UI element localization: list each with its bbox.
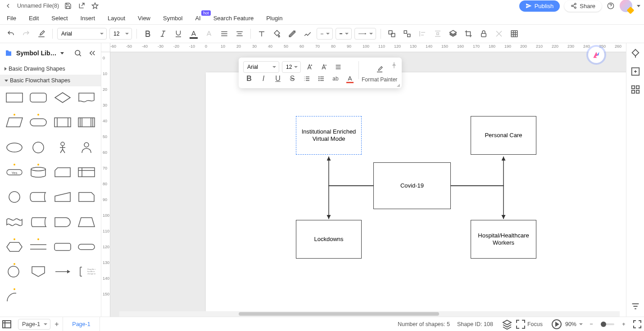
- menu-edit[interactable]: Edit: [29, 15, 39, 22]
- redo-button[interactable]: [20, 27, 32, 40]
- shape-predefined[interactable]: [52, 115, 73, 130]
- shape-internal[interactable]: [76, 165, 98, 180]
- user-avatar[interactable]: [620, 0, 632, 12]
- menu-select[interactable]: Select: [51, 15, 68, 22]
- export-icon[interactable]: [77, 1, 86, 10]
- shape-parallelogram[interactable]: [4, 115, 25, 130]
- arrow-style-select[interactable]: [354, 28, 376, 40]
- group-basic-flowchart[interactable]: Basic Flowchart Shapes: [0, 75, 101, 86]
- text-tool-button[interactable]: [255, 27, 268, 40]
- align-objects-button[interactable]: [416, 27, 429, 40]
- underline-button[interactable]: [172, 27, 185, 40]
- collapse-sidebar-icon[interactable]: [88, 49, 96, 57]
- publish-button[interactable]: Publish: [519, 0, 560, 12]
- line-weight-select[interactable]: [336, 28, 352, 40]
- format-painter-button[interactable]: [35, 27, 48, 40]
- bullet-list-icon[interactable]: [315, 73, 327, 85]
- add-page-button[interactable]: +: [50, 317, 63, 331]
- star-icon[interactable]: [91, 1, 100, 10]
- shape-signal[interactable]: [52, 264, 73, 279]
- pages-panel-icon[interactable]: [1, 319, 12, 330]
- shape-delay[interactable]: [52, 215, 73, 230]
- distribute-button[interactable]: [431, 27, 444, 40]
- ai-assistant-badge[interactable]: [588, 47, 604, 63]
- file-name[interactable]: Unnamed File(8): [17, 3, 59, 9]
- node-covid[interactable]: Covid-19: [373, 162, 451, 209]
- float-format-painter-icon[interactable]: [372, 63, 387, 76]
- float-italic-icon[interactable]: I: [258, 73, 269, 85]
- align-icon[interactable]: [332, 61, 344, 73]
- menu-ai[interactable]: AI hot: [195, 15, 200, 22]
- canvas-page[interactable]: Institutional Enriched Virtual Mode Pers…: [206, 72, 626, 317]
- shape-terminator[interactable]: [28, 115, 50, 130]
- float-font-size[interactable]: 12: [282, 61, 301, 73]
- resize-handle-icon[interactable]: ◢: [397, 83, 400, 87]
- fit-icon[interactable]: [515, 319, 526, 330]
- menu-symbol[interactable]: Symbol: [163, 15, 182, 22]
- shape-stored[interactable]: [28, 215, 50, 230]
- connector-button[interactable]: [301, 27, 314, 40]
- search-icon[interactable]: [74, 49, 82, 57]
- layer-button[interactable]: [447, 27, 459, 40]
- page-selector[interactable]: Page-1: [18, 319, 50, 330]
- menu-layout[interactable]: Layout: [108, 15, 125, 22]
- shape-terminator2[interactable]: [76, 239, 98, 255]
- increase-font-icon[interactable]: [304, 61, 315, 73]
- zoom-slider[interactable]: [601, 323, 614, 325]
- node-institutional[interactable]: Institutional Enriched Virtual Mode: [296, 116, 362, 155]
- save-icon[interactable]: [63, 1, 73, 10]
- shape-direct-data[interactable]: [28, 189, 50, 205]
- group-button[interactable]: [385, 27, 398, 40]
- float-font-family[interactable]: Arial: [243, 61, 279, 73]
- pin-icon[interactable]: [388, 59, 400, 71]
- shape-annotation[interactable]: Drag the sidehandle tochange width: [76, 264, 98, 279]
- zoom-in-button[interactable]: +: [618, 319, 629, 330]
- float-bold-icon[interactable]: B: [243, 73, 255, 85]
- insert-panel-icon[interactable]: [630, 67, 640, 76]
- fullscreen-icon[interactable]: [632, 319, 643, 330]
- shape-parallel[interactable]: [28, 239, 50, 255]
- shape-yes-pill[interactable]: Yes: [4, 165, 25, 180]
- grid-panel-icon[interactable]: [630, 85, 640, 94]
- bold-button[interactable]: [141, 27, 154, 40]
- font-size-select[interactable]: 12: [109, 28, 132, 40]
- focus-label[interactable]: Focus: [527, 321, 543, 327]
- horizontal-scrollbar[interactable]: [119, 311, 620, 317]
- font-color-button[interactable]: [187, 27, 200, 40]
- help-icon[interactable]: [606, 1, 615, 10]
- page-tab-1[interactable]: Page-1: [63, 317, 100, 331]
- line-color-button[interactable]: [286, 27, 299, 40]
- decrease-font-icon[interactable]: [318, 61, 330, 73]
- crop-button[interactable]: [462, 27, 475, 40]
- fill-button[interactable]: [271, 27, 283, 40]
- shape-user[interactable]: [76, 140, 98, 155]
- font-family-select[interactable]: Arial: [57, 28, 107, 40]
- zoom-percent[interactable]: 90%: [565, 321, 583, 327]
- user-menu-caret-icon[interactable]: [637, 5, 640, 7]
- float-font-color-icon[interactable]: [344, 73, 356, 85]
- menu-view[interactable]: View: [138, 15, 150, 22]
- node-personal-care[interactable]: Personal Care: [471, 116, 536, 155]
- shape-card[interactable]: [52, 165, 73, 180]
- layers-icon[interactable]: [502, 319, 512, 330]
- table-button[interactable]: [508, 27, 521, 40]
- shape-connector-circle[interactable]: [4, 189, 25, 205]
- shape-rectangle[interactable]: [4, 90, 25, 105]
- library-dropdown-icon[interactable]: [60, 52, 64, 54]
- shape-ellipse[interactable]: [4, 140, 25, 155]
- shape-trapezoid[interactable]: [76, 215, 98, 230]
- align-h-button[interactable]: [218, 27, 231, 40]
- shape-rounded2[interactable]: [52, 239, 73, 255]
- italic-button[interactable]: [157, 27, 169, 40]
- canvas-scroll[interactable]: Institutional Enriched Virtual Mode Pers…: [110, 52, 626, 317]
- node-hospital[interactable]: Hospital/Healthcare Workers: [471, 220, 536, 259]
- ungroup-button[interactable]: [401, 27, 413, 40]
- lock-button[interactable]: [477, 27, 490, 40]
- shape-rounded-rect[interactable]: [28, 90, 50, 105]
- menu-plugin[interactable]: Plugin: [266, 15, 282, 22]
- menu-search-feature[interactable]: Search Feature: [213, 15, 254, 22]
- shape-actor[interactable]: [52, 140, 73, 155]
- filter-icon[interactable]: [630, 301, 640, 311]
- shape-offpage[interactable]: [28, 264, 50, 279]
- menu-insert[interactable]: Insert: [81, 15, 95, 22]
